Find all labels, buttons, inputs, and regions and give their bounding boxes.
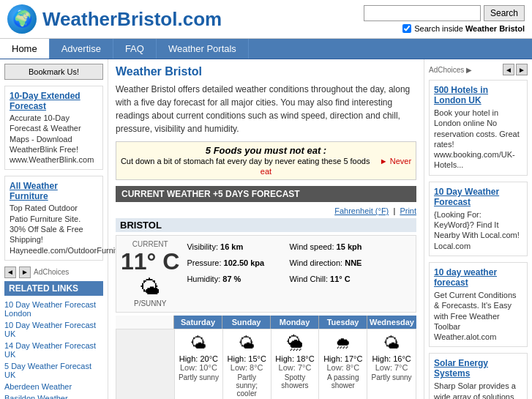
- right-ad-2: 10 Day Weather Forecast {Looking For: Ke…: [429, 182, 528, 256]
- bristol-wind-chill: Wind Chill: 11° C: [289, 272, 377, 287]
- bristol-tue-lo: Low: 8°C: [322, 363, 364, 372]
- bristol-sun-hi: High: 15°C: [226, 354, 268, 363]
- left-sidebar: Bookmark Us! 10-Day Extended Forecast Ac…: [0, 59, 108, 399]
- bookmark-button[interactable]: Bookmark Us!: [4, 64, 103, 80]
- bristol-sun-icon: 🌤: [226, 334, 268, 353]
- bristol-tue: 🌧 High: 17°C Low: 8°C A passing shower: [319, 329, 367, 399]
- bristol-mon: 🌦 High: 18°C Low: 7°C Spotty showers: [271, 329, 320, 399]
- ad-nav: ◄ ► AdChoices: [4, 266, 103, 278]
- bristol-wind-dir: Wind direction: NNE: [289, 256, 377, 271]
- bristol-sat-hi: High: 20°C: [178, 354, 220, 363]
- intro-text: Weather Bristol offers detailed weather …: [116, 83, 416, 135]
- fahrenheit-link[interactable]: Fahrenheit (°F): [334, 206, 389, 215]
- right-ad-2-text: {Looking For: KeyWord}? Find It Nearby W…: [434, 209, 522, 251]
- forecast-bar: CURRENT WEATHER +5 DAYS FORECAST: [116, 186, 416, 202]
- right-ad-prev[interactable]: ◄: [503, 64, 514, 75]
- print-link[interactable]: Print: [400, 206, 416, 215]
- bristol-wind-speed: Wind speed: 15 kph: [289, 240, 377, 255]
- bristol-current-icon: 🌤: [140, 275, 160, 299]
- bristol-mon-desc: Spotty showers: [274, 373, 316, 389]
- bristol-sat: 🌤 High: 20°C Low: 10°C Partly sunny: [175, 329, 223, 399]
- nav-home[interactable]: Home: [0, 39, 50, 59]
- logo-area: 🌍 WeatherBristol.com: [7, 4, 222, 34]
- bristol-sat-desc: Partly sunny: [178, 373, 220, 381]
- ad-banner-text: Cut down a bit of stomach fat every day …: [121, 157, 370, 165]
- bristol-forecast-row: 🌤 High: 20°C Low: 10°C Partly sunny 🌤 Hi…: [116, 329, 416, 399]
- empty-header: [116, 316, 174, 329]
- bristol-current-condition: P/SUNNY: [134, 299, 166, 307]
- bristol-tue-header: Tuesday: [319, 316, 367, 329]
- related-link[interactable]: Basildon Weather: [4, 392, 103, 399]
- search-button[interactable]: Search: [484, 5, 525, 21]
- right-ad-1-title[interactable]: 500 Hotels in London UK: [434, 85, 522, 105]
- bristol-detail-row-1: Visibility: 16 km Pressure: 102.50 kpa H…: [187, 240, 377, 288]
- bristol-current-details: Visibility: 16 km Pressure: 102.50 kpa H…: [187, 240, 377, 288]
- bristol-wed-lo: Low: 7°C: [370, 363, 413, 372]
- center-content: Weather Bristol Weather Bristol offers d…: [108, 59, 424, 399]
- bristol-current-temp: 11° C: [121, 248, 179, 275]
- search-row: Search: [364, 5, 525, 21]
- bristol-current-left: CURRENT 11° C 🌤 P/SUNNY: [121, 240, 179, 307]
- bristol-forecast-label: [116, 329, 175, 399]
- ad-2-text: Top Rated Outdoor Patio Furniture Site. …: [10, 203, 98, 255]
- nav-bar: Home Advertise FAQ Weather Portals: [0, 39, 532, 59]
- bristol-tue-hi: High: 17°C: [322, 354, 364, 363]
- bristol-sun-lo: Low: 8°C: [226, 363, 268, 372]
- bristol-sun-desc: Partly sunny; cooler: [226, 373, 268, 398]
- bristol-section: BRISTOL CURRENT 11° C 🌤 P/SUNNY Visibili…: [116, 218, 416, 399]
- right-ad-4-title[interactable]: Solar Energy Systems: [434, 358, 522, 379]
- ad-next-button[interactable]: ►: [19, 266, 31, 278]
- related-link[interactable]: 10 Day Weather Forecast UK: [4, 319, 103, 340]
- bristol-wed-desc: Partly sunny: [370, 373, 413, 381]
- nav-weather-portals[interactable]: Weather Portals: [157, 39, 249, 59]
- bristol-tue-desc: A passing shower: [322, 373, 364, 389]
- right-ad-next[interactable]: ►: [516, 64, 528, 75]
- right-ad-1-text: Book your hotel in London online No rese…: [434, 108, 522, 171]
- right-ad-choices: AdChoices ▶ ◄ ►: [429, 64, 528, 75]
- ad-1-title[interactable]: 10-Day Extended Forecast: [10, 91, 98, 111]
- header: 🌍 WeatherBristol.com Search Search insid…: [0, 0, 532, 39]
- bristol-forecast-header: Saturday Sunday Monday Tuesday Wednesday: [116, 316, 416, 329]
- right-ad-3-text: Get Current Conditions & Forecasts. It's…: [434, 290, 522, 342]
- right-sidebar: AdChoices ▶ ◄ ► 500 Hotels in London UK …: [424, 59, 532, 399]
- right-ad-choices-label: AdChoices ▶: [429, 66, 472, 74]
- related-link[interactable]: 5 Day Weather Forecast UK: [4, 360, 103, 381]
- ad-banner-heading: 5 Foods you must not eat :: [206, 145, 326, 156]
- bristol-wed-hi: High: 16°C: [370, 354, 413, 363]
- ad-prev-button[interactable]: ◄: [4, 266, 16, 278]
- bristol-tue-icon: 🌧: [322, 334, 364, 353]
- bristol-wed-header: Wednesday: [367, 316, 416, 329]
- globe-icon: 🌍: [7, 4, 37, 34]
- bristol-detail-col-2: Wind speed: 15 kph Wind direction: NNE W…: [289, 240, 377, 288]
- bristol-visibility: Visibility: 16 km: [187, 240, 274, 255]
- search-input[interactable]: [364, 5, 481, 21]
- related-link[interactable]: 14 Day Weather Forecast UK: [4, 340, 103, 360]
- related-link[interactable]: 10 Day Weather Forecast London: [4, 299, 103, 319]
- ad-block-1: 10-Day Extended Forecast Accurate 10-Day…: [4, 86, 103, 170]
- search-area: Search Search inside Weather Bristol: [364, 5, 525, 33]
- search-inside-checkbox[interactable]: [402, 24, 411, 33]
- right-ad-3-title[interactable]: 10 day weather forecast: [434, 267, 522, 288]
- nav-faq[interactable]: FAQ: [113, 39, 157, 59]
- search-inside-label: Search inside Weather Bristol: [414, 24, 525, 33]
- ad-banner[interactable]: 5 Foods you must not eat : Cut down a bi…: [116, 141, 416, 180]
- right-ad-3: 10 day weather forecast Get Current Cond…: [429, 262, 528, 347]
- ad-choices-label: AdChoices: [34, 268, 69, 276]
- related-links-title: RELATED LINKS: [4, 281, 103, 296]
- bristol-pressure: Pressure: 102.50 kpa: [187, 256, 274, 271]
- right-ad-1: 500 Hotels in London UK Book your hotel …: [429, 80, 528, 176]
- page-title: Weather Bristol: [116, 65, 416, 78]
- bristol-sat-header: Saturday: [174, 316, 222, 329]
- right-ad-2-title[interactable]: 10 Day Weather Forecast: [434, 187, 522, 207]
- ad-2-title[interactable]: All Weather Furniture: [10, 181, 98, 201]
- bristol-mon-hi: High: 18°C: [274, 354, 316, 363]
- related-link[interactable]: Aberdeen Weather: [4, 381, 103, 392]
- nav-advertise[interactable]: Advertise: [50, 39, 113, 59]
- bristol-sat-lo: Low: 10°C: [178, 363, 220, 372]
- search-inside-row: Search inside Weather Bristol: [402, 24, 525, 33]
- bristol-detail-col-1: Visibility: 16 km Pressure: 102.50 kpa H…: [187, 240, 274, 288]
- right-ad-4: Solar Energy Systems Sharp Solar provide…: [429, 353, 528, 399]
- main-layout: Bookmark Us! 10-Day Extended Forecast Ac…: [0, 59, 532, 399]
- bristol-current: CURRENT 11° C 🌤 P/SUNNY Visibility: 16 k…: [116, 235, 416, 313]
- bristol-mon-header: Monday: [271, 316, 319, 329]
